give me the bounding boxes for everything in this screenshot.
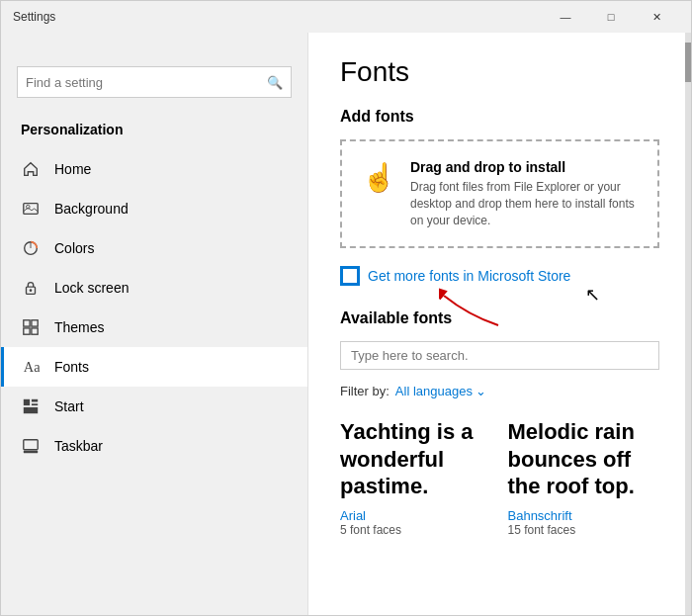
page-title: Fonts (340, 56, 659, 88)
drop-zone-title: Drag and drop to install (410, 159, 638, 175)
fonts-icon: Aa (21, 357, 41, 377)
search-box[interactable]: 🔍 (17, 66, 292, 98)
colors-icon (21, 238, 41, 258)
svg-text:Aa: Aa (24, 359, 40, 375)
start-icon (21, 396, 41, 416)
svg-rect-13 (24, 407, 38, 413)
drop-zone-description: Drag font files from File Explorer or yo… (410, 179, 638, 228)
svg-rect-0 (24, 204, 38, 215)
sidebar-label-fonts: Fonts (54, 359, 89, 375)
store-link-row: Get more fonts in Microsoft Store ↖ (340, 266, 659, 286)
font-preview-bahnschrift: Melodic rain bounces off the roof top. (508, 418, 660, 500)
window-controls: — □ ✕ (543, 1, 679, 33)
sidebar-item-lock-screen[interactable]: Lock screen (1, 268, 307, 308)
filter-row: Filter by: All languages ⌄ (340, 384, 659, 398)
svg-rect-14 (24, 440, 38, 450)
taskbar-icon (21, 436, 41, 456)
maximize-button[interactable]: □ (588, 1, 634, 33)
sidebar-item-themes[interactable]: Themes (1, 308, 307, 347)
sidebar-header (1, 33, 307, 56)
chevron-down-icon: ⌄ (476, 384, 486, 398)
minimize-button[interactable]: — (543, 1, 588, 33)
sidebar-label-background: Background (54, 201, 129, 217)
font-name-bahnschrift[interactable]: Bahnschrift (508, 508, 660, 523)
drop-zone-text: Drag and drop to install Drag font files… (410, 159, 638, 228)
sidebar-label-themes: Themes (54, 319, 105, 335)
settings-window: Settings — □ ✕ 🔍 Personalization (0, 0, 692, 616)
svg-point-4 (30, 289, 33, 292)
search-fonts-input[interactable] (340, 341, 659, 370)
sidebar-label-home: Home (54, 161, 91, 177)
sidebar-label-taskbar: Taskbar (54, 438, 103, 454)
sidebar-item-home[interactable]: Home (1, 149, 307, 189)
store-link[interactable]: Get more fonts in Microsoft Store (368, 268, 570, 284)
font-sample-arial: Yachting is a wonderful pastime. Arial 5… (340, 418, 492, 537)
close-button[interactable]: ✕ (634, 1, 679, 33)
search-icon: 🔍 (267, 75, 283, 90)
svg-rect-17 (350, 269, 357, 276)
svg-rect-12 (32, 403, 38, 405)
red-arrow (439, 286, 518, 335)
sidebar-item-colors[interactable]: Colors (1, 228, 307, 268)
svg-rect-7 (24, 328, 30, 334)
sidebar-label-lock-screen: Lock screen (54, 280, 129, 296)
titlebar: Settings — □ ✕ (1, 1, 691, 33)
window-title: Settings (13, 10, 55, 24)
lock-icon (21, 278, 41, 298)
svg-rect-11 (32, 399, 38, 402)
svg-rect-10 (24, 399, 30, 405)
add-fonts-section-title: Add fonts (340, 108, 659, 126)
font-sample-bahnschrift: Melodic rain bounces off the roof top. B… (508, 418, 660, 537)
svg-rect-6 (32, 320, 38, 326)
themes-icon (21, 317, 41, 337)
svg-rect-8 (32, 328, 38, 334)
background-icon (21, 199, 41, 219)
search-input[interactable] (26, 75, 267, 90)
main-panel: Fonts Add fonts ☝ Drag and drop to insta… (307, 33, 691, 615)
sidebar-item-fonts[interactable]: Aa Fonts (1, 347, 307, 387)
svg-rect-16 (343, 269, 350, 276)
font-faces-bahnschrift: 15 font faces (508, 523, 660, 537)
drop-zone[interactable]: ☝ Drag and drop to install Drag font fil… (340, 139, 659, 248)
filter-label: Filter by: (340, 384, 389, 398)
svg-rect-19 (350, 276, 357, 283)
font-faces-arial: 5 font faces (340, 523, 492, 537)
sidebar-label-colors: Colors (54, 240, 94, 256)
svg-rect-15 (24, 451, 38, 454)
scrollbar-track (685, 33, 691, 615)
sidebar-label-start: Start (54, 398, 84, 414)
sidebar-item-taskbar[interactable]: Taskbar (1, 426, 307, 466)
home-icon (21, 159, 41, 179)
scrollbar-thumb[interactable] (685, 43, 691, 82)
microsoft-store-icon (340, 266, 360, 286)
filter-value: All languages (395, 384, 473, 398)
font-name-arial[interactable]: Arial (340, 508, 492, 523)
sidebar-item-start[interactable]: Start (1, 387, 307, 426)
sidebar: 🔍 Personalization Home (1, 33, 307, 615)
font-preview-arial: Yachting is a wonderful pastime. (340, 418, 492, 500)
svg-rect-18 (343, 276, 350, 283)
sidebar-item-background[interactable]: Background (1, 189, 307, 228)
window-content: 🔍 Personalization Home (1, 33, 691, 615)
cursor-hint: ↖ (585, 284, 600, 306)
personalization-label: Personalization (1, 114, 307, 145)
filter-dropdown[interactable]: All languages ⌄ (395, 384, 486, 398)
drag-drop-icon: ☝ (362, 161, 396, 194)
svg-rect-5 (24, 320, 30, 326)
font-samples-grid: Yachting is a wonderful pastime. Arial 5… (340, 418, 659, 537)
